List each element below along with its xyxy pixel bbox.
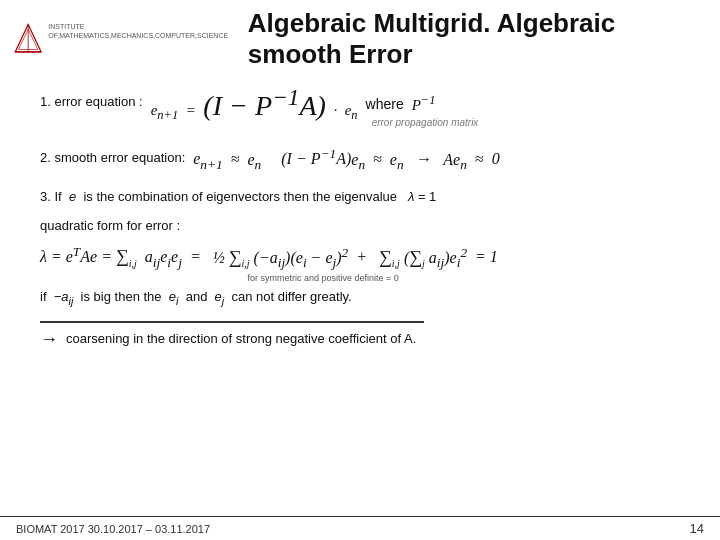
institute-logo	[12, 20, 44, 58]
footer: BIOMAT 2017 30.10.2017 – 03.11.2017 14	[0, 516, 720, 540]
logo-text: INSTITUTE OF,MATHEMATICS,MECHANICS,COMPU…	[48, 22, 233, 40]
epm-label: error propagation matrix	[372, 117, 479, 128]
arrow-icon: →	[40, 329, 58, 350]
lambda-formula: λ = eTAe = ∑i,j aijeiej = ½ ∑i,j (−aij)(…	[40, 244, 680, 271]
separator	[40, 321, 424, 323]
header: INSTITUTE OF,MATHEMATICS,MECHANICS,COMPU…	[0, 0, 720, 74]
s1-label: 1. error equation :	[40, 94, 143, 109]
s1-formula: en+1 = (I − P−1A) · en	[151, 84, 358, 123]
coarsen-text: coarsening in the direction of strong ne…	[66, 331, 416, 346]
s3-intro: 3. If e is the combination of eigenvecto…	[40, 187, 680, 208]
s3-qform: quadratic form for error :	[40, 216, 680, 237]
coarsen-line: → coarsening in the direction of strong …	[40, 329, 680, 350]
logo-area: INSTITUTE OF,MATHEMATICS,MECHANICS,COMPU…	[12, 20, 234, 58]
if-note: if −aij is big then the ei and ej can no…	[40, 289, 680, 307]
footer-event: BIOMAT 2017 30.10.2017 – 03.11.2017	[16, 523, 210, 535]
s3-label: 3. If	[40, 189, 62, 204]
content: 1. error equation : en+1 = (I − P−1A) · …	[0, 74, 720, 350]
footer-page: 14	[690, 521, 704, 536]
s2-label: 2. smooth error equation:	[40, 150, 185, 165]
s1-p-inv: P−1	[412, 93, 436, 114]
lambda-eq: λ = eTAe = ∑i,j aijeiej = ½ ∑i,j (−aij)(…	[40, 244, 498, 271]
for-sym-note: for symmetric and positive definite = 0	[40, 273, 680, 283]
page-title: Algebraic Multigrid. Algebraic smooth Er…	[248, 8, 708, 70]
s2-formula: en+1 ≈ en (I − P−1A)en ≈ en → Aen ≈ 0	[193, 146, 499, 173]
section-2: 2. smooth error equation: en+1 ≈ en (I −…	[40, 146, 680, 173]
s2-equation-line: 2. smooth error equation: en+1 ≈ en (I −…	[40, 146, 680, 173]
s1-equation-line: 1. error equation : en+1 = (I − P−1A) · …	[40, 84, 680, 123]
section-3: 3. If e is the combination of eigenvecto…	[40, 187, 680, 307]
s3-text: is the combination of eigenvectors then …	[83, 189, 397, 204]
section-1: 1. error equation : en+1 = (I − P−1A) · …	[40, 84, 680, 128]
s1-where: where	[366, 96, 404, 112]
